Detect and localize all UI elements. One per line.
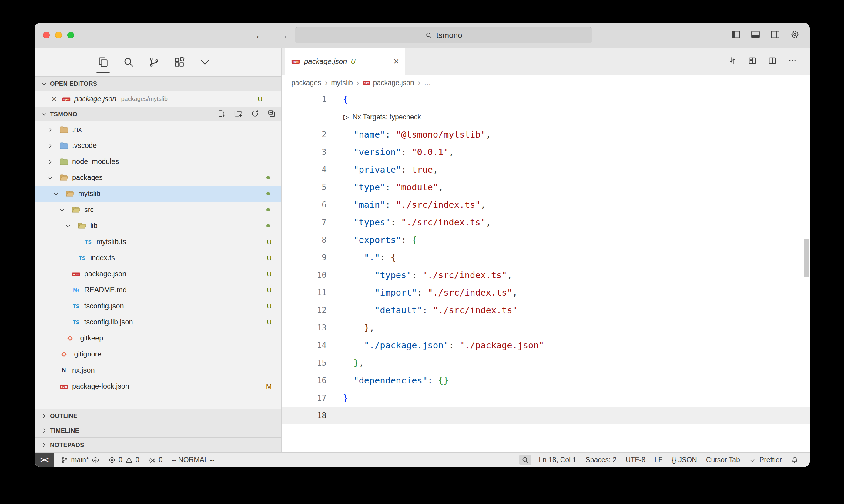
new-file-button[interactable] <box>217 109 226 119</box>
ports[interactable]: 0 <box>144 452 167 467</box>
notifications[interactable] <box>787 452 803 467</box>
codelens-link[interactable]: ▷Nx Targets: typecheck <box>344 108 421 126</box>
more-actions-button[interactable] <box>788 56 797 66</box>
tree-item-package.json[interactable]: npmpackage.jsonU <box>35 266 281 282</box>
open-changes-button[interactable] <box>728 56 737 66</box>
code-line-5[interactable]: 5 "type": "module", <box>282 178 810 196</box>
back-button[interactable]: ← <box>255 30 265 41</box>
forward-button[interactable]: → <box>278 30 289 41</box>
code-line-6[interactable]: 6 "main": "./src/index.ts", <box>282 196 810 214</box>
language-mode[interactable]: {} JSON <box>667 452 702 467</box>
close-editor-icon[interactable]: × <box>52 94 62 103</box>
indentation[interactable]: Spaces: 2 <box>581 452 621 467</box>
breadcrumb-item[interactable]: npmpackage.json <box>363 79 414 87</box>
code-line-1[interactable]: 1{ <box>282 91 810 108</box>
split-editor-button[interactable] <box>768 56 777 66</box>
code-line-7[interactable]: 7 "types": "./src/index.ts", <box>282 214 810 231</box>
breadcrumb-item[interactable]: … <box>424 79 431 87</box>
cursor-position[interactable]: Ln 18, Col 1 <box>534 452 581 467</box>
collapse-all-button[interactable] <box>268 109 276 119</box>
zoom-window-button[interactable] <box>67 32 74 38</box>
open-editors-header[interactable]: OPEN EDITORS <box>35 76 281 91</box>
git-branch[interactable]: main* <box>56 452 104 467</box>
chev-down-icon[interactable] <box>65 222 72 230</box>
settings-gear-icon <box>790 30 800 40</box>
tree-item-tsconfig.json[interactable]: TStsconfig.jsonU <box>35 298 281 314</box>
tree-item-.gitignore[interactable]: .gitignore <box>35 346 281 362</box>
code-line-8[interactable]: 8 "exports": { <box>282 231 810 249</box>
layout-sidebar-left-button[interactable] <box>730 30 741 41</box>
code-line-9[interactable]: 9 ".": { <box>282 249 810 266</box>
tree-item-mytslib.ts[interactable]: TSmytslib.tsU <box>35 234 281 250</box>
tree-item-.gitkeep[interactable]: .gitkeep <box>35 330 281 346</box>
tree-item-.nx[interactable]: .nx <box>35 122 281 138</box>
vim-mode[interactable]: -- NORMAL -- <box>167 452 219 467</box>
open-editor-item[interactable]: ×npmpackage.jsonpackages/mytslibU <box>35 91 281 107</box>
scrollbar-thumb[interactable] <box>804 239 809 277</box>
code-line-18[interactable]: 18 <box>282 407 810 424</box>
line-number: 2 <box>282 126 327 143</box>
layout-panel-button[interactable] <box>750 30 761 41</box>
code-editor[interactable]: 1{▷Nx Targets: typecheck2 "name": "@tsmo… <box>282 91 810 452</box>
code-line-3[interactable]: 3 "version": "0.0.1", <box>282 143 810 161</box>
remote-indicator[interactable]: >< <box>35 452 54 467</box>
explorer-header[interactable]: TSMONO <box>35 107 281 122</box>
close-window-button[interactable] <box>43 32 50 38</box>
code-line-10[interactable]: 10 "types": "./src/index.ts", <box>282 266 810 284</box>
tree-item-package-lock.json[interactable]: npmpackage-lock.jsonM <box>35 378 281 394</box>
code-line-12[interactable]: 12 "default": "./src/index.ts" <box>282 301 810 319</box>
tab-modified-badge: U <box>351 58 355 65</box>
command-center-search[interactable]: tsmono <box>295 27 592 43</box>
tree-item-index.ts[interactable]: TSindex.tsU <box>35 250 281 266</box>
code-line-4[interactable]: 4 "private": true, <box>282 161 810 178</box>
tree-item-.vscode[interactable]: .vscode <box>35 138 281 154</box>
code-line-11[interactable]: 11 "import": "./src/index.ts", <box>282 284 810 301</box>
activity-extensions[interactable] <box>173 48 186 76</box>
line-number: 11 <box>282 284 327 301</box>
activity-chevron-more[interactable] <box>199 48 211 76</box>
tree-item-nx.json[interactable]: Nnx.json <box>35 362 281 378</box>
chev-down-icon[interactable] <box>58 206 66 214</box>
layout-sidebar-right-button[interactable] <box>770 30 780 41</box>
zoom-button[interactable] <box>516 452 534 467</box>
tree-item-README.md[interactable]: MREADME.mdU <box>35 282 281 298</box>
eol[interactable]: LF <box>650 452 667 467</box>
activity-source-control[interactable] <box>148 48 160 76</box>
code-line-15[interactable]: 15 }, <box>282 354 810 372</box>
close-tab-icon[interactable]: × <box>394 57 399 66</box>
open-preview-button[interactable] <box>748 56 757 66</box>
tree-item-packages[interactable]: packages <box>35 169 281 186</box>
tree-item-node_modules[interactable]: node_modules <box>35 154 281 169</box>
tab-package-json[interactable]: npm package.json U × <box>285 48 405 75</box>
code-line-2[interactable]: 2 "name": "@tsmono/mytslib", <box>282 126 810 143</box>
new-folder-button[interactable] <box>234 109 243 119</box>
problems[interactable]: 00 <box>104 452 144 467</box>
code-line-13[interactable]: 13 }, <box>282 319 810 337</box>
panel-notepads[interactable]: NOTEPADS <box>35 438 281 452</box>
chev-right-icon[interactable] <box>46 142 54 149</box>
cursor-tab[interactable]: Cursor Tab <box>702 452 744 467</box>
panel-outline[interactable]: OUTLINE <box>35 409 281 423</box>
activity-files[interactable] <box>97 48 109 76</box>
chev-right-icon[interactable] <box>46 158 54 165</box>
minimize-window-button[interactable] <box>55 32 62 38</box>
code-line-17[interactable]: 17} <box>282 389 810 407</box>
chev-right-icon[interactable] <box>46 126 54 133</box>
panel-timeline[interactable]: TIMELINE <box>35 423 281 438</box>
refresh-button[interactable] <box>251 109 259 119</box>
code-line-16[interactable]: 16 "dependencies": {} <box>282 372 810 389</box>
chev-down-icon[interactable] <box>46 174 54 181</box>
chev-down-icon[interactable] <box>52 190 60 197</box>
tree-item-src[interactable]: src <box>35 202 281 218</box>
indent-guide <box>55 202 55 330</box>
encoding[interactable]: UTF-8 <box>621 452 650 467</box>
tree-item-mytslib[interactable]: mytslib <box>35 186 281 202</box>
code-line-14[interactable]: 14 "./package.json": "./package.json" <box>282 337 810 354</box>
tree-item-tsconfig.lib.json[interactable]: TStsconfig.lib.jsonU <box>35 314 281 330</box>
breadcrumb-item[interactable]: mytslib <box>331 79 353 87</box>
settings-gear-button[interactable] <box>790 30 800 41</box>
tree-item-lib[interactable]: lib <box>35 218 281 234</box>
formatter[interactable]: Prettier <box>744 452 787 467</box>
activity-search[interactable] <box>122 48 135 76</box>
breadcrumb-item[interactable]: packages <box>291 79 321 87</box>
